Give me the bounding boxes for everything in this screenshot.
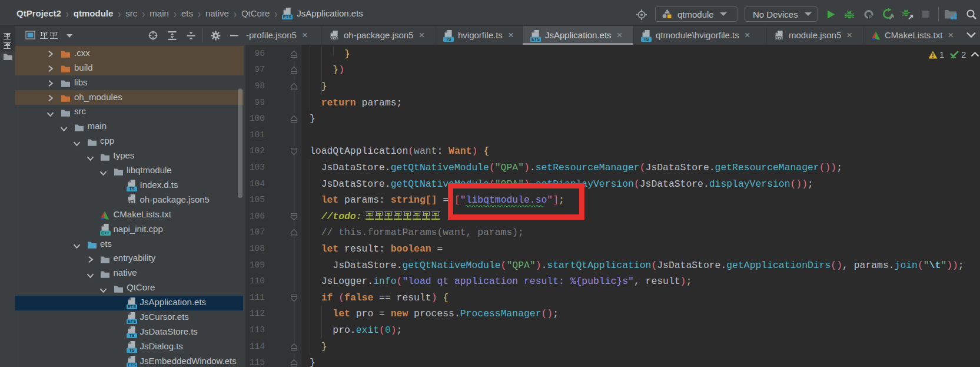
svg-text:TS: TS (129, 348, 134, 353)
svg-text:ETS: ETS (128, 362, 136, 367)
svg-text:}: } (782, 35, 785, 41)
svg-text:TS: TS (129, 187, 134, 192)
svg-text:ETS: ETS (283, 14, 291, 19)
svg-text:ETS: ETS (128, 319, 136, 324)
svg-text:TS: TS (643, 37, 649, 42)
svg-text:TS: TS (129, 333, 134, 339)
svg-text:}: } (337, 35, 340, 41)
svg-text:}: } (134, 199, 137, 205)
svg-text:C++: C++ (101, 230, 109, 236)
svg-text:TS: TS (446, 37, 451, 42)
svg-text:ETS: ETS (531, 37, 540, 42)
svg-text:ETS: ETS (128, 304, 136, 309)
